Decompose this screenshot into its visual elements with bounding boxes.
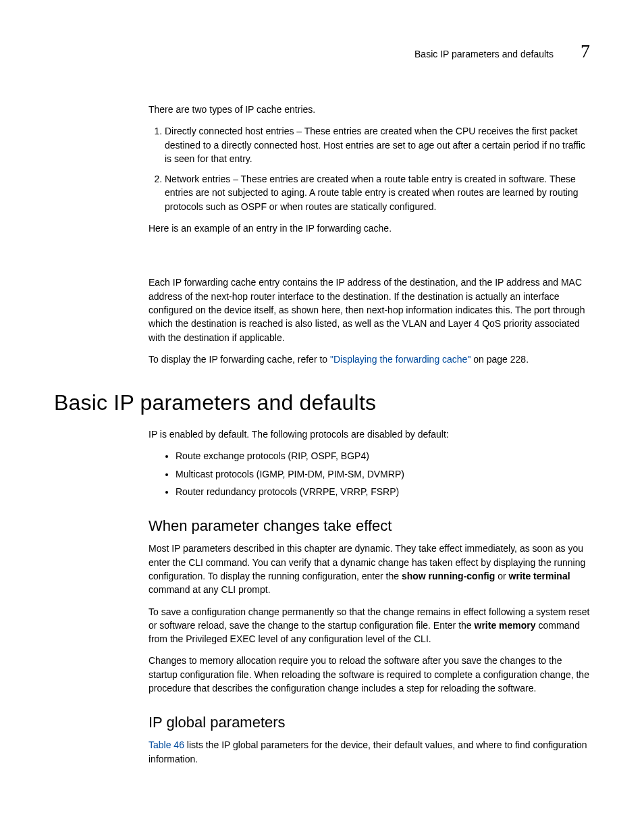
body-content: There are two types of IP cache entries.… — [149, 103, 590, 766]
chapter-number: 7 — [581, 41, 590, 62]
subsection-heading: IP global parameters — [149, 714, 590, 731]
command-name: write terminal — [509, 571, 570, 581]
subsection-heading: When parameter changes take effect — [149, 517, 590, 535]
text-fragment: lists the IP global parameters for the d… — [149, 739, 587, 764]
command-name: write memory — [475, 620, 536, 631]
disabled-protocols-list: Route exchange protocols (RIP, OSPF, BGP… — [149, 449, 590, 498]
list-item: Directly connected host entries – These … — [165, 124, 590, 165]
paragraph: Most IP parameters described in this cha… — [149, 542, 590, 596]
command-name: show running-config — [402, 571, 495, 581]
list-item: Router redundancy protocols (VRRPE, VRRP… — [176, 485, 590, 498]
list-item: Network entries – These entries are crea… — [165, 172, 590, 213]
paragraph: Changes to memory allocation require you… — [149, 654, 590, 695]
section-intro: IP is enabled by default. The following … — [149, 427, 590, 441]
forwarding-cache-link[interactable]: "Displaying the forwarding cache" — [330, 354, 471, 365]
example-intro: Here is an example of an entry in the IP… — [149, 221, 590, 235]
section-heading: Basic IP parameters and defaults — [54, 390, 590, 415]
running-header: Basic IP parameters and defaults 7 — [54, 41, 590, 62]
intro-paragraph: There are two types of IP cache entries. — [149, 103, 590, 116]
example-placeholder — [149, 243, 590, 276]
paragraph: Table 46 lists the IP global parameters … — [149, 738, 590, 766]
cache-description: Each IP forwarding cache entry contains … — [149, 276, 590, 344]
text-fragment: To display the IP forwarding cache, refe… — [149, 354, 330, 365]
page: Basic IP parameters and defaults 7 There… — [0, 0, 644, 834]
paragraph: To save a configuration change permanent… — [149, 605, 590, 646]
text-fragment: or — [495, 571, 508, 581]
running-title: Basic IP parameters and defaults — [414, 49, 554, 59]
text-fragment: command at any CLI prompt. — [149, 584, 271, 595]
cache-entry-types-list: Directly connected host entries – These … — [149, 124, 590, 213]
list-item: Multicast protocols (IGMP, PIM-DM, PIM-S… — [176, 467, 590, 481]
table-link[interactable]: Table 46 — [149, 739, 184, 750]
display-reference: To display the IP forwarding cache, refe… — [149, 353, 590, 366]
list-item: Route exchange protocols (RIP, OSPF, BGP… — [176, 449, 590, 463]
text-fragment: on page 228. — [471, 354, 529, 365]
